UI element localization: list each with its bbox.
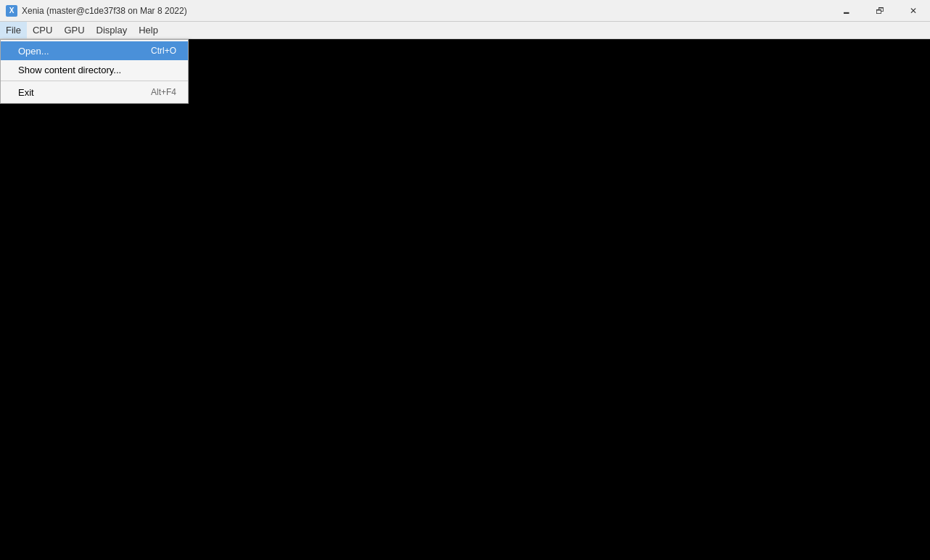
file-dropdown-menu: Open... Ctrl+O Show content directory...… <box>0 39 189 104</box>
menu-open-shortcut: Ctrl+O <box>151 46 176 56</box>
menu-exit-label: Exit <box>18 87 34 98</box>
minimize-button[interactable]: 🗕 <box>830 0 863 22</box>
menu-item-help-label: Help <box>139 25 158 36</box>
menu-bar: File CPU GPU Display Help <box>0 22 930 39</box>
menu-item-cpu-label: CPU <box>33 25 52 36</box>
close-button[interactable]: ✕ <box>897 0 930 22</box>
menu-item-file-label: File <box>6 25 21 36</box>
menu-item-cpu[interactable]: CPU <box>27 22 58 38</box>
app-icon: X <box>6 5 17 17</box>
menu-separator <box>1 81 188 81</box>
menu-open-item[interactable]: Open... Ctrl+O <box>1 41 188 60</box>
title-bar-controls: 🗕 🗗 ✕ <box>830 0 930 22</box>
title-bar-left: X Xenia (master@c1de37f38 on Mar 8 2022) <box>6 5 187 17</box>
menu-item-display-label: Display <box>96 25 128 36</box>
menu-item-gpu-label: GPU <box>64 25 84 36</box>
restore-button[interactable]: 🗗 <box>863 0 897 22</box>
menu-item-file[interactable]: File <box>0 22 27 38</box>
menu-show-content-dir-label: Show content directory... <box>18 65 121 75</box>
menu-item-help[interactable]: Help <box>133 22 164 38</box>
window-title: Xenia (master@c1de37f38 on Mar 8 2022) <box>22 6 187 16</box>
menu-exit-shortcut: Alt+F4 <box>151 87 176 97</box>
main-content <box>0 39 930 560</box>
menu-item-display[interactable]: Display <box>91 22 133 38</box>
title-bar: X Xenia (master@c1de37f38 on Mar 8 2022)… <box>0 0 930 22</box>
app-icon-label: X <box>9 7 15 15</box>
menu-show-content-dir-item[interactable]: Show content directory... <box>1 60 188 79</box>
menu-open-label: Open... <box>18 46 49 57</box>
menu-item-gpu[interactable]: GPU <box>58 22 90 38</box>
menu-exit-item[interactable]: Exit Alt+F4 <box>1 83 188 102</box>
